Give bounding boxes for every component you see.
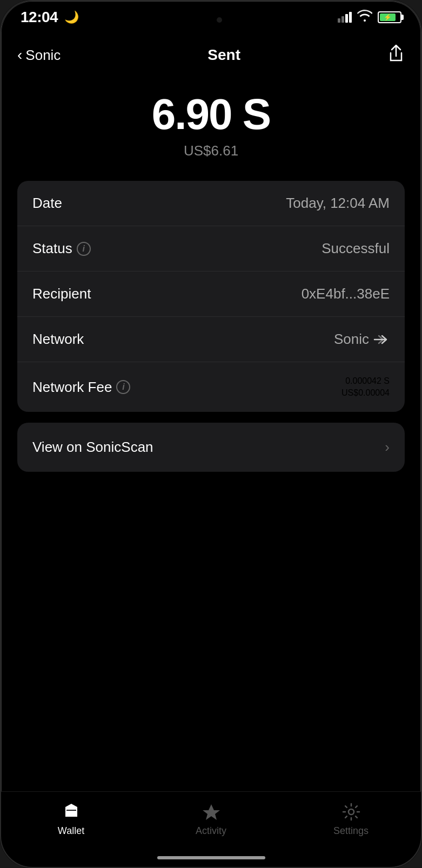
status-value: Successful: [321, 240, 390, 257]
main-content: 6.90 S US$6.61 Date Today, 12:04 AM Stat…: [1, 77, 421, 791]
page-title: Sent: [207, 46, 240, 64]
amount-secondary: US$6.61: [17, 143, 405, 159]
recipient-label: Recipient: [32, 286, 91, 302]
back-label: Sonic: [25, 47, 61, 64]
wallet-icon: [62, 803, 81, 821]
network-fee-info-icon[interactable]: i: [116, 380, 130, 394]
signal-bar-2: [341, 16, 344, 23]
sonic-scan-button[interactable]: View on SonicScan ›: [17, 423, 405, 472]
settings-icon: [342, 803, 360, 821]
network-name: Sonic: [334, 331, 369, 348]
svg-marker-1: [203, 804, 220, 820]
moon-icon: 🌙: [64, 10, 79, 24]
network-fee-label: Network Fee i: [32, 379, 130, 396]
status-info-icon[interactable]: i: [77, 242, 91, 256]
amount-primary: 6.90 S: [17, 93, 405, 136]
back-button[interactable]: ‹ Sonic: [17, 46, 61, 64]
status-row: Status i Successful: [17, 226, 405, 272]
tab-wallet[interactable]: Wallet: [1, 803, 141, 837]
svg-point-2: [349, 809, 354, 815]
dynamic-island: [179, 11, 244, 29]
dynamic-island-camera: [217, 17, 222, 23]
network-fee-value: 0.000042 S US$0.00004: [341, 376, 390, 398]
tab-activity-label: Activity: [196, 825, 226, 837]
network-fee-crypto: 0.000042 S: [345, 376, 390, 386]
signal-bar-4: [349, 12, 352, 23]
signal-bar-1: [338, 18, 340, 23]
sonic-arrow-icon: [373, 334, 390, 345]
status-label: Status i: [32, 240, 91, 257]
date-label: Date: [32, 195, 62, 212]
battery-fill: ⚡: [380, 13, 396, 21]
date-row: Date Today, 12:04 AM: [17, 181, 405, 226]
status-right: ⚡: [338, 10, 401, 25]
battery-shell: ⚡: [378, 11, 401, 23]
sonic-scan-label: View on SonicScan: [32, 439, 153, 456]
status-left: 12:04 🌙: [21, 9, 79, 26]
share-button[interactable]: [387, 44, 405, 66]
signal-bar-3: [345, 14, 348, 23]
network-label: Network: [32, 331, 84, 348]
date-value: Today, 12:04 AM: [286, 195, 390, 212]
sonic-scan-chevron-icon: ›: [385, 439, 390, 456]
details-card: Date Today, 12:04 AM Status i Successful…: [17, 181, 405, 412]
signal-bars: [338, 12, 352, 23]
amount-section: 6.90 S US$6.61: [17, 77, 405, 181]
recipient-value: 0xE4bf...38eE: [302, 286, 390, 302]
svg-marker-0: [65, 804, 77, 808]
tab-settings[interactable]: Settings: [281, 803, 421, 837]
tab-settings-label: Settings: [333, 825, 369, 837]
battery-bolt: ⚡: [384, 13, 392, 21]
wifi-icon: [357, 10, 372, 25]
battery-indicator: ⚡: [378, 11, 401, 23]
status-time: 12:04: [21, 9, 58, 26]
tab-bar: Wallet Activity Settings: [1, 791, 421, 867]
network-fee-row: Network Fee i 0.000042 S US$0.00004: [17, 362, 405, 412]
recipient-row: Recipient 0xE4bf...38eE: [17, 272, 405, 317]
back-chevron-icon: ‹: [17, 46, 22, 64]
network-fee-usd: US$0.00004: [341, 388, 390, 398]
phone-frame: 12:04 🌙: [0, 0, 422, 868]
home-indicator: [157, 856, 265, 859]
navigation-bar: ‹ Sonic Sent: [1, 33, 421, 77]
tab-wallet-label: Wallet: [58, 825, 84, 837]
network-row: Network Sonic: [17, 317, 405, 362]
network-value: Sonic: [334, 331, 390, 348]
tab-activity[interactable]: Activity: [141, 803, 281, 837]
activity-icon: [202, 803, 220, 821]
